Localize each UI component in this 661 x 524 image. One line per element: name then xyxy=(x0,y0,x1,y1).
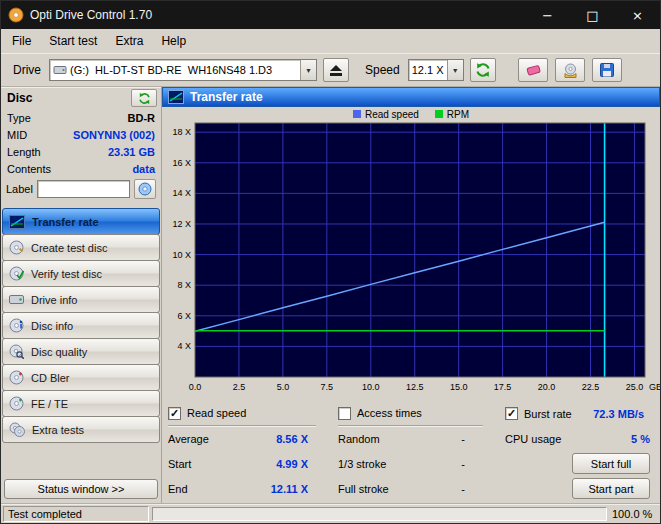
maximize-button[interactable]: □ xyxy=(570,1,615,29)
random-row: Random - xyxy=(338,426,505,451)
disc-field-mid: MID SONYNN3 (002) xyxy=(1,126,161,143)
menu-start-test[interactable]: Start test xyxy=(40,31,106,51)
nav-extra-tests[interactable]: Extra tests xyxy=(2,416,160,443)
nav-disc-info[interactable]: Disc info xyxy=(2,312,160,339)
access-times-checkbox[interactable]: ✓ xyxy=(338,407,351,420)
legend-read-speed: Read speed xyxy=(353,109,419,120)
read-speed-label: Read speed xyxy=(187,407,246,419)
svg-text:25.0: 25.0 xyxy=(626,382,644,392)
chart-area: 4 X6 X8 X10 X12 X14 X16 X18 X0.02.55.07.… xyxy=(162,120,660,395)
svg-text:14 X: 14 X xyxy=(172,188,191,198)
status-window-button[interactable]: Status window >> xyxy=(4,479,158,499)
average-value: 8.56 X xyxy=(276,433,308,445)
burst-rate-checkbox[interactable]: ✓ xyxy=(505,407,518,420)
nav-label: CD Bler xyxy=(31,372,70,384)
average-row: Average 8.56 X xyxy=(168,426,338,451)
nav-cd-bler[interactable]: CD Bler xyxy=(2,364,160,391)
chart-legend: Read speed RPM xyxy=(162,107,660,120)
save-icon xyxy=(600,63,614,77)
content: Disc Type BD-R MID SONYNN3 (002) Length … xyxy=(1,87,660,503)
third-stroke-value: - xyxy=(461,458,465,470)
drive-icon xyxy=(9,293,24,306)
window-title: Opti Drive Control 1.70 xyxy=(30,8,152,22)
disc-label-input[interactable] xyxy=(37,180,130,198)
refresh-disc-button[interactable] xyxy=(131,89,157,107)
nav-drive-info[interactable]: Drive info xyxy=(2,286,160,313)
svg-text:0.0: 0.0 xyxy=(189,382,202,392)
erase-disc-button[interactable] xyxy=(518,58,548,82)
chevron-down-icon[interactable]: ▼ xyxy=(300,60,316,80)
drive-label: Drive xyxy=(13,63,41,77)
burst-rate-check-row: ✓ Burst rate 72.3 MB/s xyxy=(505,401,654,426)
menubar: File Start test Extra Help xyxy=(1,29,660,53)
average-label: Average xyxy=(168,433,209,445)
nav-label: FE / TE xyxy=(31,398,68,410)
field-label: Contents xyxy=(7,163,51,175)
svg-text:GB: GB xyxy=(649,382,660,392)
start-full-button[interactable]: Start full xyxy=(572,453,650,474)
refresh-drive-button[interactable] xyxy=(470,58,496,82)
transfer-rate-chart: 4 X6 X8 X10 X12 X14 X16 X18 X0.02.55.07.… xyxy=(162,120,660,392)
toolbar: Drive (G:) HL-DT-ST BD-RE WH16NS48 1.D3 … xyxy=(1,53,660,87)
rpm-swatch xyxy=(435,110,443,118)
eject-button[interactable] xyxy=(323,58,349,82)
nav-fe-te[interactable]: FE / TE xyxy=(2,390,160,417)
disc-field-contents: Contents data xyxy=(1,160,161,177)
minimize-button[interactable]: − xyxy=(525,1,570,29)
full-stroke-value: - xyxy=(461,483,465,495)
random-value: - xyxy=(461,433,465,445)
menu-file[interactable]: File xyxy=(3,31,40,51)
nav-create-test-disc[interactable]: Create test disc xyxy=(2,234,160,261)
menu-extra[interactable]: Extra xyxy=(106,31,152,51)
disc-info-icon xyxy=(9,318,24,333)
check-icon: ✓ xyxy=(170,408,179,419)
eject-icon xyxy=(330,65,342,76)
drive-value: (G:) HL-DT-ST BD-RE WH16NS48 1.D3 xyxy=(67,64,300,76)
menu-help[interactable]: Help xyxy=(152,31,195,51)
nav-disc-quality[interactable]: Disc quality xyxy=(2,338,160,365)
field-value: SONYNN3 (002) xyxy=(73,129,155,141)
status-bar: Test completed 100.0 % xyxy=(1,503,660,523)
drive-select[interactable]: (G:) HL-DT-ST BD-RE WH16NS48 1.D3 ▼ xyxy=(49,59,317,81)
read-speed-swatch xyxy=(353,110,361,118)
speed-value: 12.1 X xyxy=(409,64,447,76)
eraser-icon xyxy=(525,63,542,77)
speed-label: Speed xyxy=(365,63,400,77)
field-label: MID xyxy=(7,129,27,141)
svg-text:10 X: 10 X xyxy=(172,250,191,260)
sidebar: Disc Type BD-R MID SONYNN3 (002) Length … xyxy=(1,87,162,503)
field-label: Length xyxy=(7,146,41,158)
disc-icon xyxy=(9,370,24,385)
main-title: Transfer rate xyxy=(190,90,263,104)
access-times-label: Access times xyxy=(357,407,422,419)
read-speed-checkbox[interactable]: ✓ xyxy=(168,407,181,420)
disc-quality-icon xyxy=(9,344,24,359)
svg-text:5.0: 5.0 xyxy=(277,382,290,392)
nav-verify-test-disc[interactable]: Verify test disc xyxy=(2,260,160,287)
nav-transfer-rate[interactable]: Transfer rate xyxy=(2,208,160,235)
disc-label-lookup-button[interactable] xyxy=(134,179,156,199)
disc-handling-button[interactable] xyxy=(555,58,585,82)
disc-check-icon xyxy=(9,266,24,281)
start-part-button[interactable]: Start part xyxy=(572,478,650,499)
svg-text:18 X: 18 X xyxy=(172,127,191,137)
field-value[interactable]: data xyxy=(132,163,155,175)
chevron-down-icon[interactable]: ▼ xyxy=(447,60,463,80)
close-button[interactable]: × xyxy=(615,1,660,29)
svg-text:15.0: 15.0 xyxy=(450,382,468,392)
hand-disc-icon xyxy=(562,63,579,78)
field-label: Label xyxy=(6,183,33,195)
speed-select[interactable]: 12.1 X ▼ xyxy=(408,59,464,81)
svg-text:16 X: 16 X xyxy=(172,158,191,168)
nav-label: Create test disc xyxy=(31,242,107,254)
stats-panel: ✓ Read speed ✓ Access times ✓ Burst rate… xyxy=(162,395,660,503)
toolbar-right-group xyxy=(518,58,622,82)
start-row: Start 4.99 X xyxy=(168,451,338,476)
refresh-icon xyxy=(138,92,151,105)
nav-label: Disc quality xyxy=(31,346,87,358)
cpu-usage-label: CPU usage xyxy=(505,433,561,445)
save-results-button[interactable] xyxy=(592,58,622,82)
nav-label: Extra tests xyxy=(32,424,84,436)
chart-icon xyxy=(168,90,184,104)
svg-text:2.5: 2.5 xyxy=(233,382,246,392)
